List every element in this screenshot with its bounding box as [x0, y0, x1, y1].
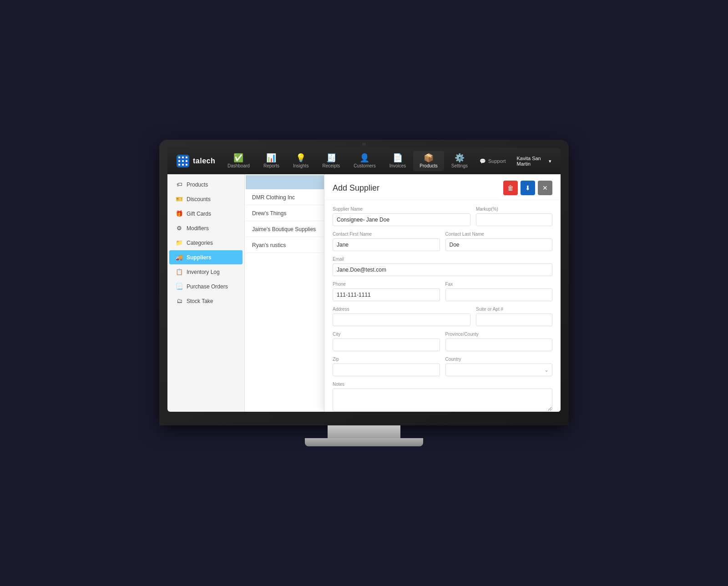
svg-rect-9: [186, 164, 187, 166]
purchase-orders-sidebar-icon: 📃: [176, 283, 183, 290]
panel-title: Add Supplier: [333, 183, 379, 193]
nav-dashboard[interactable]: ✅ Dashboard: [221, 151, 256, 171]
invoices-icon: 📄: [393, 154, 403, 162]
nav-support[interactable]: 💬 Support: [474, 156, 511, 167]
screen-bezel: talech ✅ Dashboard 📊 Reports 💡: [159, 140, 569, 425]
delete-icon: 🗑: [507, 184, 514, 192]
logo-icon: [177, 155, 189, 167]
address-field: Address: [333, 307, 470, 326]
svg-rect-1: [178, 157, 180, 158]
sidebar-item-stock-take[interactable]: 🗂 Stock Take: [169, 294, 243, 308]
save-icon: ⬇: [525, 184, 531, 192]
support-icon: 💬: [480, 158, 486, 164]
contact-first-label: Contact First Name: [333, 232, 440, 237]
markup-field: Markup(%): [476, 207, 552, 226]
sidebar-discounts-label: Discounts: [187, 196, 211, 202]
fax-input[interactable]: [445, 288, 553, 301]
contact-last-field: Contact Last Name: [445, 232, 553, 251]
contact-last-label: Contact Last Name: [445, 232, 553, 237]
dashboard-icon: ✅: [233, 154, 243, 162]
email-input[interactable]: [333, 263, 552, 276]
country-label: Country: [445, 357, 553, 362]
inventory-log-sidebar-icon: 📋: [176, 268, 183, 275]
nav-insights[interactable]: 💡 Insights: [287, 151, 315, 171]
city-field: City: [333, 332, 440, 351]
fax-field: Fax: [445, 282, 553, 301]
close-button[interactable]: ✕: [538, 181, 552, 195]
country-select[interactable]: [445, 364, 553, 376]
sidebar-item-discounts[interactable]: 🎫 Discounts: [169, 192, 243, 206]
nav-user[interactable]: Kavita San Martin ▾: [511, 153, 557, 169]
panel-actions: 🗑 ⬇ ✕: [503, 181, 552, 195]
supplier-name-input[interactable]: [333, 213, 470, 226]
sidebar-item-inventory-log[interactable]: 📋 Inventory Log: [169, 265, 243, 279]
email-row: Email: [333, 257, 552, 276]
address-input[interactable]: [333, 313, 470, 326]
sidebar-gift-cards-label: Gift Cards: [187, 211, 211, 217]
phone-input[interactable]: [333, 288, 440, 301]
notes-row: Notes: [333, 382, 552, 411]
delete-button[interactable]: 🗑: [503, 181, 518, 195]
contact-first-input[interactable]: [333, 238, 440, 251]
country-select-wrapper: [445, 364, 553, 376]
svg-rect-3: [186, 157, 187, 158]
save-button[interactable]: ⬇: [521, 181, 535, 195]
sidebar-item-purchase-orders[interactable]: 📃 Purchase Orders: [169, 279, 243, 293]
sidebar-item-categories[interactable]: 📁 Categories: [169, 236, 243, 250]
address-label: Address: [333, 307, 470, 312]
sidebar-purchase-orders-label: Purchase Orders: [187, 283, 228, 290]
nav-receipts-label: Receipts: [322, 163, 340, 168]
sidebar: 🏷 Products 🎫 Discounts 🎁 Gift Cards: [167, 174, 245, 412]
supplier-name-row: Supplier Name Markup(%): [333, 207, 552, 226]
zip-field: Zip: [333, 357, 440, 376]
notes-textarea[interactable]: [333, 389, 552, 411]
sidebar-item-modifiers[interactable]: ⚙ Modifiers: [169, 221, 243, 235]
user-chevron-icon: ▾: [549, 158, 551, 164]
monitor-stand-top: [328, 425, 400, 438]
zip-label: Zip: [333, 357, 440, 362]
add-supplier-panel: Add Supplier 🗑 ⬇ ✕: [324, 174, 561, 412]
discounts-sidebar-icon: 🎫: [176, 196, 183, 202]
markup-input[interactable]: [476, 213, 552, 226]
zip-input[interactable]: [333, 364, 440, 376]
stock-take-sidebar-icon: 🗂: [176, 298, 183, 304]
nav-settings-label: Settings: [451, 163, 468, 168]
nav-reports[interactable]: 📊 Reports: [257, 151, 286, 171]
suppliers-sidebar-icon: 🚚: [176, 254, 183, 261]
sidebar-item-gift-cards[interactable]: 🎁 Gift Cards: [169, 207, 243, 221]
sidebar-categories-label: Categories: [187, 240, 213, 246]
province-label: Province/County: [445, 332, 553, 337]
receipts-icon: 🧾: [326, 154, 336, 162]
country-field: Country: [445, 357, 553, 376]
svg-rect-6: [186, 160, 187, 162]
reports-icon: 📊: [266, 154, 276, 162]
svg-rect-8: [182, 164, 184, 166]
contact-last-input[interactable]: [445, 238, 553, 251]
nav-invoices[interactable]: 📄 Invoices: [383, 151, 413, 171]
support-label: Support: [488, 158, 506, 164]
nav-products[interactable]: 📦 Products: [413, 151, 444, 171]
nav-customers-label: Customers: [354, 163, 375, 168]
nav-receipts[interactable]: 🧾 Receipts: [316, 151, 346, 171]
email-field: Email: [333, 257, 552, 276]
close-icon: ✕: [542, 184, 548, 192]
city-label: City: [333, 332, 440, 337]
suite-input[interactable]: [476, 313, 552, 326]
phone-field: Phone: [333, 282, 440, 301]
nav-customers[interactable]: 👤 Customers: [347, 151, 382, 171]
province-field: Province/County: [445, 332, 553, 351]
city-province-row: City Province/County: [333, 332, 552, 351]
content-panel: Supplier Name DMR Clothing IncDrew's Thi…: [245, 174, 561, 412]
nav-products-label: Products: [420, 163, 437, 168]
phone-label: Phone: [333, 282, 440, 287]
nav-invoices-label: Invoices: [389, 163, 406, 168]
logo-area: talech: [171, 155, 221, 167]
province-input[interactable]: [445, 338, 553, 351]
sidebar-item-products[interactable]: 🏷 Products: [169, 177, 243, 192]
phone-fax-row: Phone Fax: [333, 282, 552, 301]
city-input[interactable]: [333, 338, 440, 351]
nav-settings[interactable]: ⚙️ Settings: [445, 151, 474, 171]
monitor: talech ✅ Dashboard 📊 Reports 💡: [159, 140, 569, 446]
sidebar-item-suppliers[interactable]: 🚚 Suppliers: [169, 250, 243, 264]
nav-dashboard-label: Dashboard: [228, 163, 250, 168]
